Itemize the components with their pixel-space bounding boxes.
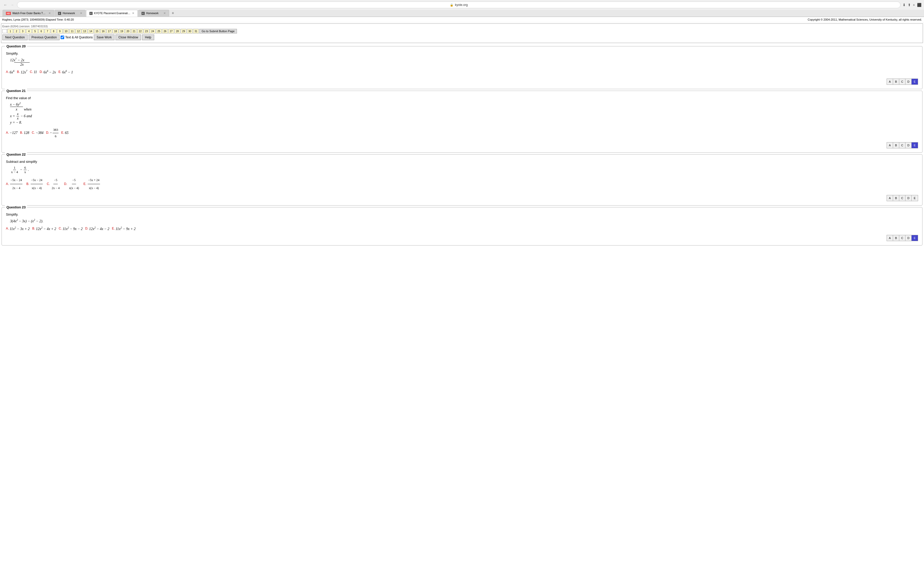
student-info: Hughes, Lynia (2873; 100465839) Elapsed …	[2, 18, 74, 21]
sidebar-button[interactable]: ⬛	[917, 3, 921, 7]
tab-hd-icon: HD	[6, 12, 11, 15]
question-23-section: Question 23 Simplify. 3(4x2 − 3x) − (x2 …	[2, 207, 922, 246]
q22-btn-c[interactable]: C	[899, 195, 905, 201]
q-btn-1[interactable]: 1	[8, 29, 13, 34]
tab-homework2-label: Homework	[146, 12, 162, 15]
tab-homework1[interactable]: K Homework ✕	[55, 10, 86, 16]
q-btn-31[interactable]: 31	[193, 29, 199, 34]
question-23-choices: A. 11x2 − 3x + 2 B. 12x2 − 4x + 2 C. 11x…	[6, 226, 918, 232]
new-tab-button[interactable]: +	[913, 3, 915, 7]
q23-btn-e[interactable]: E	[912, 235, 918, 241]
tabs-bar: HD Watch Free Outer Banks TV Shows Onlin…	[0, 10, 924, 17]
back-button[interactable]: ←	[3, 2, 8, 8]
question-20-content: Simplify. 12x7 − 2x 2x A. 6x6 B. 12x7	[6, 52, 918, 85]
q-btn-28[interactable]: 28	[174, 29, 180, 34]
q-btn-29[interactable]: 29	[181, 29, 186, 34]
next-question-button[interactable]: Next Question	[2, 34, 27, 40]
q-btn-30[interactable]: 30	[187, 29, 192, 34]
q23-btn-d[interactable]: D	[905, 235, 912, 241]
q-btn-15[interactable]: 15	[94, 29, 100, 34]
address-bar[interactable]: 🔒 kyote.org	[17, 2, 901, 8]
q21-choice-e: E. 65	[61, 130, 69, 136]
q-btn-17[interactable]: 17	[107, 29, 112, 34]
q-btn-22[interactable]: 22	[137, 29, 143, 34]
share-button[interactable]: ⬆	[908, 3, 911, 7]
forward-button[interactable]: →	[9, 2, 15, 8]
q20-btn-d[interactable]: D	[905, 79, 912, 84]
question-23-title: Question 23	[5, 205, 27, 209]
q-btn-4[interactable]: 4	[26, 29, 32, 34]
add-tab-button[interactable]: +	[170, 10, 176, 16]
question-21-section: Question 21 Find the value of x − 6y2 x …	[2, 91, 922, 153]
browser-chrome: ← → 🔒 kyote.org ⬇ ⬆ + ⬛ HD Watch Free Ou…	[0, 0, 924, 17]
q-btn-10[interactable]: 10	[63, 29, 69, 34]
q-btn-20[interactable]: 20	[125, 29, 131, 34]
q-btn-7[interactable]: 7	[45, 29, 50, 34]
tab-homework2[interactable]: K Homework ✕	[138, 10, 169, 16]
q-btn-16[interactable]: 16	[100, 29, 106, 34]
q-btn-26[interactable]: 26	[162, 29, 168, 34]
q20-btn-a[interactable]: A	[887, 79, 893, 84]
text-all-questions-label[interactable]: Text & All Questions	[61, 35, 93, 39]
q22-btn-a[interactable]: A	[887, 195, 893, 201]
downloads-button[interactable]: ⬇	[903, 3, 906, 7]
q21-btn-a[interactable]: A	[887, 142, 893, 148]
question-21-answer-buttons: A B C D E	[6, 142, 918, 148]
q-btn-21[interactable]: 21	[131, 29, 137, 34]
text-all-questions-checkbox[interactable]	[61, 35, 64, 39]
q-btn-12[interactable]: 12	[76, 29, 81, 34]
q22-btn-d[interactable]: D	[905, 195, 912, 201]
q20-choice-e: E. 6x6 − 1	[58, 69, 73, 76]
q23-btn-b[interactable]: B	[893, 235, 899, 241]
tab-homework2-close[interactable]: ✕	[163, 11, 166, 15]
q-btn-9[interactable]: 9	[57, 29, 63, 34]
q-blank-btn[interactable]	[2, 29, 7, 33]
q23-abcde-group: A B C D E	[887, 235, 918, 241]
q23-btn-c[interactable]: C	[899, 235, 905, 241]
q20-choice-b: B. 12x7	[17, 69, 27, 76]
q-btn-18[interactable]: 18	[113, 29, 118, 34]
tab-kyote[interactable]: K KYOTE Placement Examination ✕	[86, 10, 138, 17]
q-btn-3[interactable]: 3	[20, 29, 26, 34]
close-window-button[interactable]: Close Window	[115, 34, 141, 40]
lock-icon: 🔒	[450, 3, 454, 7]
q-btn-14[interactable]: 14	[88, 29, 94, 34]
q21-choice-d: D. − 383 6	[46, 127, 59, 139]
q20-btn-c[interactable]: C	[899, 79, 905, 84]
q21-btn-c[interactable]: C	[899, 142, 905, 148]
tab-outbanks-close[interactable]: ✕	[48, 11, 51, 15]
address-bar-container: 🔒 kyote.org	[17, 2, 901, 8]
question-23-instruction: Simplify.	[6, 213, 918, 216]
q-btn-8[interactable]: 8	[51, 29, 57, 34]
save-work-button[interactable]: Save Work	[94, 34, 115, 40]
tab-outbanks[interactable]: HD Watch Free Outer Banks TV Shows Onlin…	[3, 10, 54, 16]
question-21-y-condition: y = − 8.	[10, 121, 918, 125]
help-button[interactable]: Help	[142, 34, 154, 40]
q-btn-2[interactable]: 2	[14, 29, 19, 34]
q-btn-5[interactable]: 5	[32, 29, 38, 34]
q-btn-6[interactable]: 6	[39, 29, 44, 34]
q22-btn-e[interactable]: E	[912, 195, 918, 201]
q21-btn-e[interactable]: E	[912, 142, 918, 148]
q21-btn-d[interactable]: D	[905, 142, 912, 148]
q-btn-23[interactable]: 23	[144, 29, 149, 34]
q-btn-27[interactable]: 27	[168, 29, 174, 34]
q20-btn-b[interactable]: B	[893, 79, 899, 84]
previous-question-button[interactable]: Previous Question	[29, 34, 60, 40]
tab-homework1-close[interactable]: ✕	[80, 11, 82, 15]
q-btn-24a[interactable]: 24	[150, 29, 155, 34]
q20-btn-e[interactable]: E	[912, 79, 918, 84]
q20-choice-c: C. 11	[30, 69, 37, 75]
go-to-submit-button[interactable]: Go to Submit Button Page	[199, 29, 237, 34]
q22-btn-b[interactable]: B	[893, 195, 899, 201]
q23-btn-a[interactable]: A	[887, 235, 893, 241]
q-btn-25[interactable]: 25	[156, 29, 162, 34]
q-btn-19[interactable]: 19	[119, 29, 124, 34]
q-btn-13[interactable]: 13	[82, 29, 87, 34]
q23-choice-c: C. 11x2 − 9x − 2	[59, 226, 83, 232]
question-22-content: Subtract and simplify 1 x − 4 − 6 x . A.	[6, 160, 918, 201]
q21-btn-b[interactable]: B	[893, 142, 899, 148]
tab-kyote-close[interactable]: ✕	[132, 11, 134, 15]
q-btn-11[interactable]: 11	[69, 29, 75, 34]
action-buttons: Next Question Previous Question Text & A…	[2, 34, 922, 40]
